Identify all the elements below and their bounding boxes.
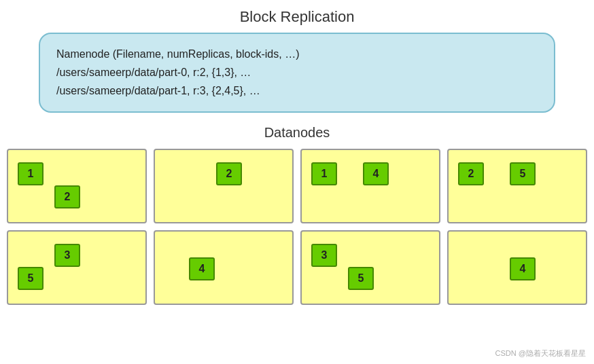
block-item: 4 [189, 257, 215, 280]
namenode-line-2: /users/sameerp/data/part-0, r:2, {1,3}, … [56, 67, 251, 78]
namenode-line-1: Namenode (Filename, numReplicas, block-i… [56, 48, 299, 60]
block-item: 3 [54, 244, 80, 267]
block-item: 5 [510, 162, 536, 185]
block-item: 2 [458, 162, 484, 185]
datanode-cell: 2 [154, 149, 294, 223]
datanode-cell: 14 [300, 149, 440, 223]
datanode-cell: 12 [7, 149, 147, 223]
page-title: Block Replication [0, 0, 594, 33]
block-item: 3 [311, 244, 337, 267]
block-item: 5 [348, 267, 374, 290]
datanode-cell: 25 [447, 149, 587, 223]
datanodes-title: Datanodes [0, 125, 594, 141]
block-item: 1 [18, 162, 43, 185]
datanode-grid: 1221425534354 [7, 149, 587, 305]
block-item: 1 [311, 162, 337, 185]
watermark: CSDN @隐着天花板看星星 [495, 348, 586, 359]
datanode-cell: 4 [154, 230, 294, 305]
datanode-cell: 53 [7, 230, 147, 305]
block-item: 5 [18, 267, 43, 290]
block-item: 2 [54, 185, 80, 208]
namenode-line-3: /users/sameerp/data/part-1, r:3, {2,4,5}… [56, 85, 260, 96]
block-item: 2 [216, 162, 242, 185]
datanode-cell: 4 [447, 230, 587, 305]
namenode-box: Namenode (Filename, numReplicas, block-i… [39, 33, 555, 113]
datanode-cell: 35 [300, 230, 440, 305]
block-item: 4 [363, 162, 389, 185]
block-item: 4 [510, 257, 536, 280]
